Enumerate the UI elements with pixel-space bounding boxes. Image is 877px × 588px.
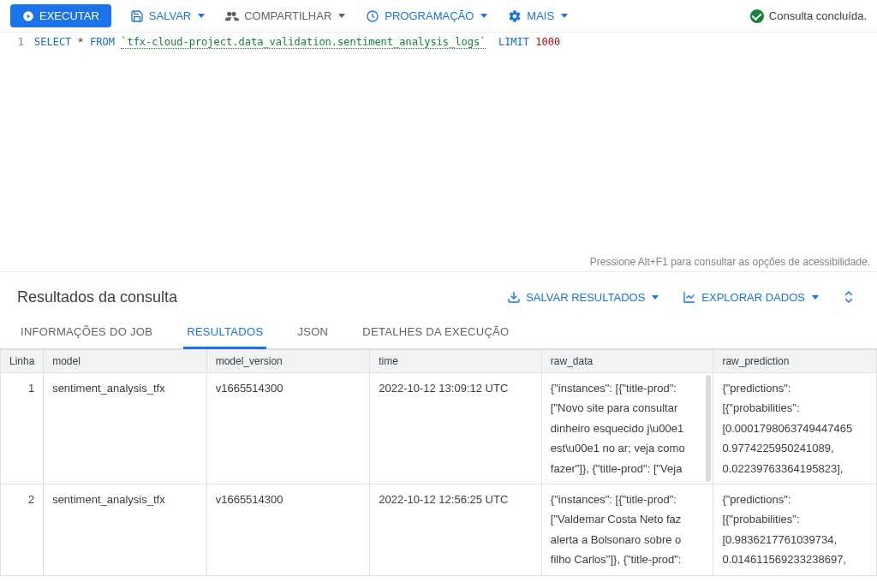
cell-time: 2022-10-12 12:56:25 UTC xyxy=(370,484,542,575)
expand-button[interactable] xyxy=(838,286,860,308)
status-text: Consulta concluída. xyxy=(769,9,867,22)
more-label: MAIS xyxy=(527,9,554,22)
col-time[interactable]: time xyxy=(370,350,542,373)
cell-raw-prediction: {"predictions": [{"probabilities": [0.98… xyxy=(713,484,877,575)
cell-raw-prediction: {"predictions": [{"probabilities": [0.00… xyxy=(713,373,877,484)
table-header-row: Linha model model_version time raw_data … xyxy=(1,350,877,373)
chart-icon xyxy=(683,290,696,304)
col-raw-data[interactable]: raw_data xyxy=(541,350,713,373)
tab-job-info[interactable]: INFORMAÇÕES DO JOB xyxy=(17,317,156,349)
col-raw-prediction[interactable]: raw_prediction xyxy=(713,350,877,373)
share-icon xyxy=(225,9,239,23)
caret-down-icon xyxy=(812,295,819,300)
editor-a11y-hint: Pressione Alt+F1 para consultar as opçõe… xyxy=(590,256,870,268)
cell-version: v1665514300 xyxy=(206,484,370,575)
cell-raw-data: {"instances": [{"title-prod": ["Novo sit… xyxy=(541,373,713,484)
sql-editor[interactable]: 1 SELECT * FROM `tfx-cloud-project.data_… xyxy=(0,33,877,272)
results-title: Resultados da consulta xyxy=(17,288,177,306)
save-results-button[interactable]: SALVAR RESULTADOS xyxy=(505,287,660,307)
tab-json[interactable]: JSON xyxy=(294,317,331,349)
cell-model: sentiment_analysis_tfx xyxy=(44,484,207,575)
save-button[interactable]: SALVAR xyxy=(128,6,206,27)
results-table: Linha model model_version time raw_data … xyxy=(0,349,877,576)
cell-model: sentiment_analysis_tfx xyxy=(44,373,207,484)
tab-exec-details[interactable]: DETALHES DA EXECUÇÃO xyxy=(359,317,512,349)
cell-raw-data: {"instances": [{"title-prod": ["Valdemar… xyxy=(541,484,713,575)
caret-down-icon xyxy=(480,14,487,18)
caret-down-icon xyxy=(198,14,205,18)
save-results-label: SALVAR RESULTADOS xyxy=(526,291,645,304)
col-model-version[interactable]: model_version xyxy=(206,350,370,373)
save-icon xyxy=(130,9,144,23)
run-button[interactable]: EXECUTAR xyxy=(10,4,111,27)
run-label: EXECUTAR xyxy=(39,9,99,22)
unfold-icon xyxy=(841,289,856,305)
clock-icon xyxy=(366,9,379,23)
sql-code[interactable]: SELECT * FROM `tfx-cloud-project.data_va… xyxy=(34,36,560,48)
line-number: 1 xyxy=(0,36,34,48)
check-circle-icon xyxy=(750,9,764,23)
schedule-label: PROGRAMAÇÃO xyxy=(385,9,474,22)
tab-results[interactable]: RESULTADOS xyxy=(183,317,266,349)
share-label: COMPARTILHAR xyxy=(244,9,331,22)
more-button[interactable]: MAIS xyxy=(506,6,570,27)
results-tabs: INFORMAÇÕES DO JOB RESULTADOS JSON DETAL… xyxy=(0,317,877,349)
cell-line: 2 xyxy=(1,484,44,575)
gear-icon xyxy=(508,9,522,23)
cell-version: v1665514300 xyxy=(206,373,370,484)
caret-down-icon xyxy=(561,14,568,18)
download-icon xyxy=(507,290,521,304)
explore-data-label: EXPLORAR DADOS xyxy=(701,291,805,304)
status-badge: Consulta concluída. xyxy=(750,9,867,23)
cell-time: 2022-10-12 13:09:12 UTC xyxy=(370,373,542,484)
caret-down-icon xyxy=(652,295,659,300)
table-row[interactable]: 2sentiment_analysis_tfxv16655143002022-1… xyxy=(1,484,877,575)
col-line[interactable]: Linha xyxy=(1,350,44,373)
save-label: SALVAR xyxy=(149,9,191,22)
results-header: Resultados da consulta SALVAR RESULTADOS… xyxy=(0,272,877,317)
col-model[interactable]: model xyxy=(44,350,207,373)
explore-data-button[interactable]: EXPLORAR DADOS xyxy=(681,287,820,307)
play-icon xyxy=(22,10,34,22)
schedule-button[interactable]: PROGRAMAÇÃO xyxy=(364,6,489,27)
query-toolbar: EXECUTAR SALVAR COMPARTILHAR PROGRAMAÇÃO… xyxy=(0,0,877,33)
table-row[interactable]: 1sentiment_analysis_tfxv16655143002022-1… xyxy=(1,373,877,484)
cell-line: 1 xyxy=(1,373,44,484)
caret-down-icon xyxy=(338,14,345,18)
share-button[interactable]: COMPARTILHAR xyxy=(224,6,347,27)
